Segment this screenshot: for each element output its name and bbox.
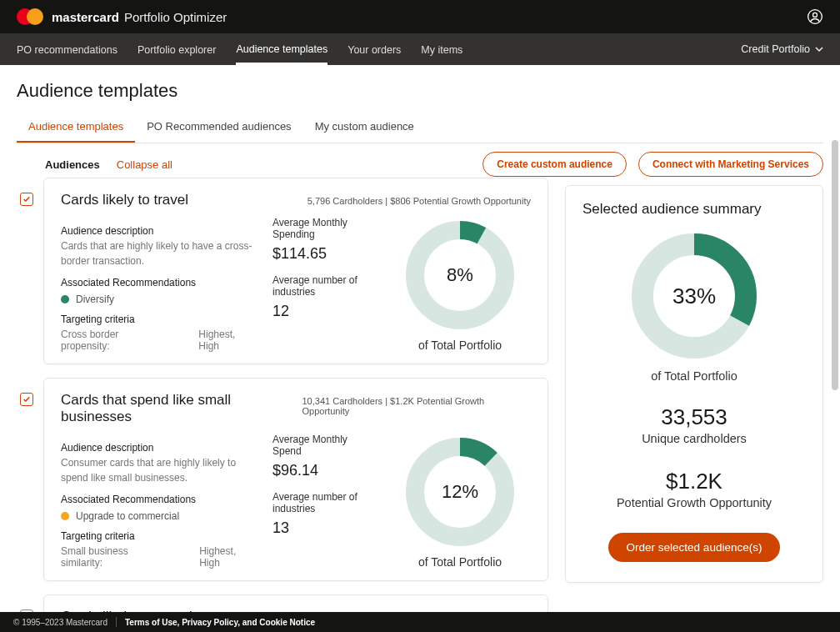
tab-po-recommended[interactable]: PO Recommended audiences xyxy=(135,113,302,143)
footer-copyright: © 1995–2023 Mastercard xyxy=(13,618,108,627)
crit-val: Highest, High xyxy=(199,545,256,569)
summary-donut-percent: 33% xyxy=(628,229,761,363)
avg-ind-label: Average number of industries xyxy=(272,274,372,298)
nav-portfolio-explorer[interactable]: Portfolio explorer xyxy=(138,35,217,63)
connect-marketing-services-button[interactable]: Connect with Marketing Services xyxy=(638,152,823,177)
card-title: Cards likely to travel xyxy=(61,192,188,208)
avg-spend-label: Average Monthly Spending xyxy=(272,217,372,240)
scrollbar-thumb[interactable] xyxy=(832,140,838,390)
desc-text: Consumer cards that are highly likely to… xyxy=(61,455,256,485)
card-meta: 5,796 Cardholders | $806 Potential Growt… xyxy=(308,196,531,206)
avg-spend-value: $114.65 xyxy=(272,245,372,263)
donut-percent: 8% xyxy=(402,217,518,334)
portfolio-selector-label: Credit Portfolio xyxy=(741,43,810,55)
donut-caption: of Total Portfolio xyxy=(389,339,531,352)
subtab-audiences[interactable]: Audiences xyxy=(45,158,100,171)
footer: © 1995–2023 Mastercard Terms of Use, Pri… xyxy=(0,612,840,632)
page-title: Audience templates xyxy=(17,80,823,102)
donut-caption: of Total Portfolio xyxy=(389,555,531,569)
portfolio-selector[interactable]: Credit Portfolio xyxy=(741,43,823,55)
donut-percent: 12% xyxy=(402,434,518,550)
avg-ind-value: 13 xyxy=(272,519,372,537)
rec-text: Diversify xyxy=(76,293,114,305)
tab-my-custom[interactable]: My custom audience xyxy=(303,113,426,143)
avg-spend-value: $96.14 xyxy=(272,462,372,479)
card-checkbox[interactable] xyxy=(20,193,33,206)
order-selected-audiences-button[interactable]: Order selected audience(s) xyxy=(608,533,781,562)
rec-dot-icon xyxy=(61,295,69,303)
card-title: Cards that spend like small businesses xyxy=(61,392,302,425)
summary-title: Selected audience summary xyxy=(582,201,806,218)
create-custom-audience-button[interactable]: Create custom audience xyxy=(482,152,627,177)
desc-text: Cards that are highly likely to have a c… xyxy=(61,238,256,268)
avg-spend-label: Average Monthly Spend xyxy=(272,434,372,457)
summary-donut-caption: of Total Portfolio xyxy=(582,369,806,383)
card-meta: 10,341 Cardholders | $1.2K Potential Gro… xyxy=(302,396,532,416)
rec-label: Associated Recommendations xyxy=(61,277,256,288)
summary-unique-label: Unique cardholders xyxy=(582,432,806,445)
rec-text: Upgrade to commercial xyxy=(76,510,179,522)
user-icon[interactable] xyxy=(807,8,823,25)
crit-label: Targeting criteria xyxy=(61,530,256,542)
rec-dot-icon xyxy=(61,512,69,520)
chevron-down-icon xyxy=(815,45,823,53)
audience-card: Cards likely to spend at restaurants 2,8… xyxy=(43,594,548,612)
summary-growth-value: $1.2K xyxy=(582,469,806,494)
selected-audience-summary: Selected audience summary 33% of Total P… xyxy=(565,185,823,583)
checkmark-icon xyxy=(22,195,31,203)
product-name: Portfolio Optimizer xyxy=(124,10,227,24)
footer-legal-link[interactable]: Terms of Use, Privacy Policy, and Cookie… xyxy=(125,618,315,627)
avg-ind-value: 12 xyxy=(272,303,372,320)
svg-point-1 xyxy=(813,13,818,17)
secondary-tabs: Audience templates PO Recommended audien… xyxy=(17,113,823,143)
summary-growth-label: Potential Growth Opportunity xyxy=(582,496,806,509)
tab-audience-templates[interactable]: Audience templates xyxy=(17,113,135,143)
main-nav: PO recommendations Portfolio explorer Au… xyxy=(0,33,840,65)
audience-card: Cards likely to travel 5,796 Cardholders… xyxy=(43,178,548,364)
desc-label: Audience description xyxy=(61,442,256,454)
portfolio-share-donut: 8% xyxy=(402,217,518,334)
nav-my-items[interactable]: My items xyxy=(421,35,462,63)
crit-key: Cross border propensity: xyxy=(61,329,165,352)
crit-key: Small business similarity: xyxy=(61,545,166,569)
collapse-all-link[interactable]: Collapse all xyxy=(117,158,172,171)
portfolio-share-donut: 12% xyxy=(402,434,518,550)
nav-audience-templates[interactable]: Audience templates xyxy=(236,34,328,65)
rec-label: Associated Recommendations xyxy=(61,494,256,505)
desc-label: Audience description xyxy=(61,225,256,237)
mastercard-logo xyxy=(17,8,43,25)
nav-po-recommendations[interactable]: PO recommendations xyxy=(17,35,118,63)
brand-name: mastercard xyxy=(52,10,119,24)
nav-your-orders[interactable]: Your orders xyxy=(348,35,401,63)
top-bar: mastercard Portfolio Optimizer xyxy=(0,0,840,33)
audience-card: Cards that spend like small businesses 1… xyxy=(43,378,548,581)
summary-donut: 33% xyxy=(628,229,761,363)
summary-unique-value: 33,553 xyxy=(582,404,806,430)
crit-label: Targeting criteria xyxy=(61,313,256,325)
avg-ind-label: Average number of industries xyxy=(272,491,372,514)
checkmark-icon xyxy=(22,395,31,404)
crit-val: Highest, High xyxy=(198,329,256,352)
card-checkbox[interactable] xyxy=(20,393,33,406)
